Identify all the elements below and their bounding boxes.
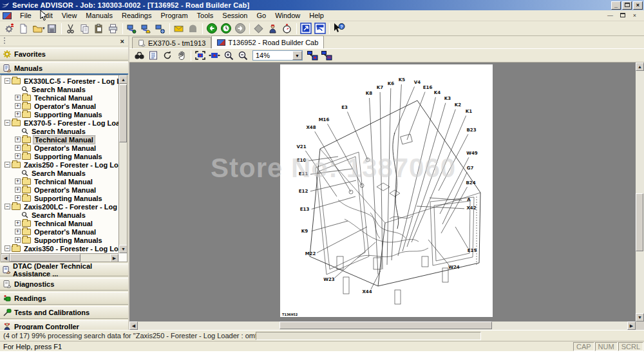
tab-t136952[interactable]: T136952 - Road Builder Cab <box>211 35 324 48</box>
scroll-right-icon[interactable]: ▶ <box>627 321 636 330</box>
menu-help[interactable]: Help <box>305 10 328 21</box>
back-icon[interactable] <box>205 22 219 35</box>
tree-item[interactable]: Search Manuals <box>1 85 118 93</box>
save-icon[interactable] <box>45 22 59 35</box>
menu-manuals[interactable]: Manuals <box>81 10 117 21</box>
new-document-icon[interactable] <box>16 22 30 35</box>
history-icon[interactable] <box>219 22 233 35</box>
tree-item-selected[interactable]: +Technical Manual <box>1 135 118 144</box>
tree-item[interactable]: +Operator's Manual <box>1 144 118 152</box>
sidebar-close-icon[interactable]: × <box>120 37 124 45</box>
sidebar-section-dtac[interactable]: DTAC (Dealer Technical Assistance ... <box>0 264 128 276</box>
scroll-thumb[interactable] <box>279 321 492 329</box>
archive-icon[interactable] <box>186 22 200 35</box>
scroll-left-icon[interactable]: ◀ <box>129 321 138 330</box>
menu-view[interactable]: View <box>57 10 82 21</box>
tree-item[interactable]: +Supporting Manuals <box>1 236 118 244</box>
expand-window-icon[interactable] <box>299 22 313 35</box>
menu-readings[interactable]: Readings <box>117 10 156 21</box>
sync-device-icon[interactable] <box>125 22 139 35</box>
tree-item[interactable]: −EX330LC-5 - Forester - Log Loader <box>1 77 118 85</box>
tree-item[interactable]: +Technical Manual <box>1 177 118 186</box>
graphic-copy-icon[interactable] <box>319 49 334 62</box>
menu-tools[interactable]: Tools <box>193 10 218 21</box>
tree-item[interactable]: +Operator's Manual <box>1 227 118 236</box>
scroll-up-icon[interactable]: ▲ <box>119 75 128 84</box>
minimize-button[interactable]: _ <box>611 1 621 10</box>
menu-session[interactable]: Session <box>218 10 252 21</box>
sync-alert-icon[interactable] <box>139 22 153 35</box>
tree-horizontal-scrollbar[interactable]: ◀ ▶ <box>1 253 118 262</box>
viewer-vertical-scrollbar[interactable]: ▲ ▼ <box>636 62 644 321</box>
stopwatch-icon[interactable] <box>280 22 294 35</box>
tab-ex370[interactable]: EX370-5 - tm1913 <box>132 37 211 48</box>
diamond-icon[interactable] <box>252 22 266 35</box>
find-binoculars-icon[interactable] <box>132 49 146 62</box>
forward-icon[interactable] <box>233 22 247 35</box>
sidebar-section-readings[interactable]: Readings <box>0 292 128 305</box>
tree-item[interactable]: Search Manuals <box>1 127 118 135</box>
sidebar-section-favorites[interactable]: Favorites <box>0 48 128 61</box>
zoom-in-icon[interactable] <box>222 49 236 62</box>
svg-text:K9: K9 <box>301 229 308 234</box>
sidebar-section-diagnostics[interactable]: Diagnostics <box>0 278 128 291</box>
tree-item[interactable]: +Supporting Manuals <box>1 194 118 202</box>
tree-item[interactable]: −Zaxis200LC - Forester - Log Loader <box>1 202 118 211</box>
sidebar-grip-handle[interactable] <box>1 37 10 45</box>
print-icon[interactable] <box>106 22 120 35</box>
fit-width-icon[interactable] <box>207 49 222 62</box>
menu-file[interactable]: File <box>15 10 36 21</box>
scroll-down-icon[interactable]: ▼ <box>636 313 644 321</box>
child-restore-button[interactable] <box>618 12 627 19</box>
menu-edit[interactable]: Edit <box>36 10 57 21</box>
copy-icon[interactable] <box>78 22 92 35</box>
scroll-right-icon[interactable]: ▶ <box>110 254 118 262</box>
zoom-level-combobox[interactable]: 14% ▼ <box>252 50 303 61</box>
graphic-export-icon[interactable] <box>305 49 319 62</box>
tree-item[interactable]: +Operator's Manual <box>1 186 118 194</box>
index-list-icon[interactable] <box>146 49 160 62</box>
cut-icon[interactable] <box>64 22 78 35</box>
sync-globe-icon[interactable] <box>153 22 167 35</box>
scroll-left-icon[interactable]: ◀ <box>1 254 10 262</box>
fit-page-icon[interactable] <box>193 49 207 62</box>
restore-window-icon[interactable] <box>313 22 327 35</box>
tree-item[interactable]: +Supporting Manuals <box>1 110 118 119</box>
menu-window[interactable]: Window <box>270 10 305 21</box>
sidebar-section-manuals[interactable]: Manuals <box>0 62 128 75</box>
scroll-down-icon[interactable]: ▼ <box>119 245 128 253</box>
options-gear-icon[interactable] <box>2 22 16 35</box>
tree-item[interactable]: Search Manuals <box>1 169 118 177</box>
scroll-thumb[interactable] <box>10 254 80 262</box>
zoom-out-icon[interactable] <box>236 49 250 62</box>
tree-item[interactable]: −EX370-5 - Forester - Log Loader <box>1 119 118 127</box>
scroll-up-icon[interactable]: ▲ <box>636 62 644 71</box>
mail-icon[interactable] <box>172 22 186 35</box>
child-close-button[interactable]: × <box>630 12 639 19</box>
tree-item[interactable]: −Zaxis250 - Forester - Log Loader <box>1 160 118 169</box>
menu-program[interactable]: Program <box>156 10 192 21</box>
graphic-viewer[interactable]: K8K7K6K5V4E16K4K3K2K1E3M16X48V21E10E11E1… <box>129 62 644 330</box>
child-minimize-button[interactable]: — <box>606 12 614 19</box>
paste-icon[interactable] <box>92 22 106 35</box>
document-window-icon[interactable] <box>3 12 12 19</box>
context-help-icon[interactable]: ? <box>332 22 346 35</box>
zoom-dropdown-icon[interactable]: ▼ <box>292 51 302 60</box>
tree-item[interactable]: +Technical Manual <box>1 93 118 102</box>
pan-hand-icon[interactable] <box>175 49 189 62</box>
close-button[interactable]: × <box>633 1 643 10</box>
menu-go[interactable]: Go <box>252 10 270 21</box>
scroll-thumb[interactable] <box>119 84 127 142</box>
technician-icon[interactable] <box>266 22 280 35</box>
tree-item[interactable]: Search Manuals <box>1 211 118 219</box>
tree-item[interactable]: +Technical Manual <box>1 219 118 227</box>
sidebar-section-tests[interactable]: Tests and Calibrations <box>0 306 128 319</box>
tree-vertical-scrollbar[interactable]: ▲ ▼ <box>118 75 127 253</box>
refresh-icon[interactable] <box>160 49 175 62</box>
tree-item[interactable]: +Operator's Manual <box>1 102 118 110</box>
tree-item[interactable]: −Zaxis350 - Forester - Log Loader <box>1 244 118 253</box>
maximize-button[interactable] <box>622 1 632 10</box>
tree-item[interactable]: +Supporting Manuals <box>1 152 118 160</box>
viewer-horizontal-scrollbar[interactable]: ◀ ▶ <box>129 321 636 330</box>
scroll-thumb[interactable] <box>636 193 643 251</box>
